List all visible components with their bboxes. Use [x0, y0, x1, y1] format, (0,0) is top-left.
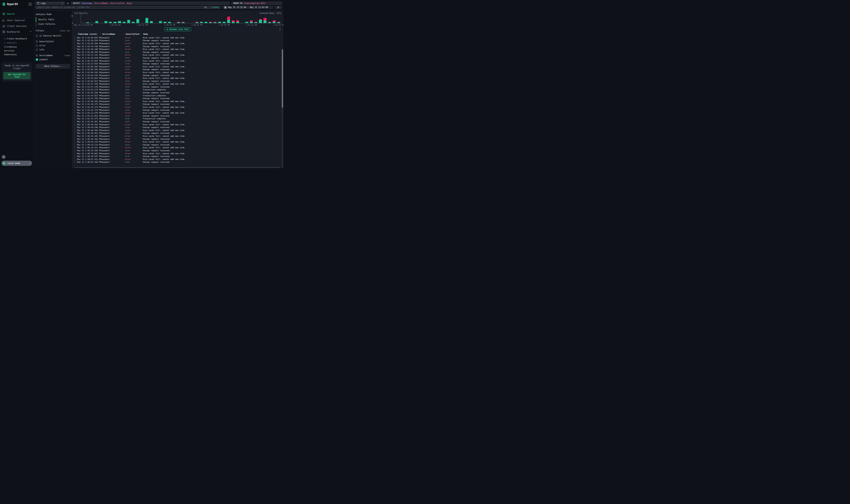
row-expand-chevron-icon[interactable] — [74, 71, 77, 74]
row-expand-chevron-icon[interactable] — [74, 83, 77, 85]
row-expand-chevron-icon[interactable] — [74, 100, 77, 103]
row-expand-chevron-icon[interactable] — [74, 86, 77, 88]
row-expand-chevron-icon[interactable] — [74, 37, 77, 39]
table-row[interactable]: May 15 1:41:14.361 PMpaymentinfoCharge r… — [74, 120, 282, 123]
table-row[interactable]: May 15 1:42:43.336 PMpaymentinfoCharge r… — [74, 45, 282, 48]
run-query-button[interactable] — [275, 6, 282, 9]
table-row[interactable]: May 15 1:42:01.814 PMpaymentinfoCharge r… — [74, 80, 282, 83]
row-expand-chevron-icon[interactable] — [74, 109, 77, 111]
sidebar-item-search[interactable]: Search — [0, 11, 34, 17]
table-row[interactable]: May 15 1:40:38.466 PMpaymenterrorVisa ca… — [74, 129, 282, 132]
clear-all-button[interactable]: Clear all — [60, 30, 70, 32]
table-row[interactable]: May 15 1:41:25.370 PMpaymentinfoCharge r… — [74, 109, 282, 112]
table-row[interactable]: May 15 1:40:26.444 PMpaymentinfoCharge r… — [74, 138, 282, 141]
table-row[interactable]: May 15 1:42:01.824 PMpaymenterrorVisa ca… — [74, 77, 282, 80]
table-row[interactable]: May 15 1:40:44.563 PMpaymenterrorVisa ca… — [74, 123, 282, 126]
sql-mode-toggle[interactable]: SQL — [204, 6, 207, 8]
search-input[interactable]: Search your events w/ Lucene ex. column:… — [35, 6, 221, 9]
table-row[interactable]: May 15 1:40:24.214 PMpaymentinfoCharge r… — [74, 143, 282, 146]
table-row[interactable]: May 15 1:41:30.275 PMpaymentinfoCharge r… — [74, 103, 282, 106]
row-expand-chevron-icon[interactable] — [74, 121, 77, 123]
table-row[interactable]: May 15 1:42:04.392 PMpaymenterrorVisa ca… — [74, 71, 282, 74]
clear-filter-button[interactable]: Clear — [65, 54, 70, 57]
preset-services[interactable]: Services — [4, 49, 32, 53]
row-expand-chevron-icon[interactable] — [74, 149, 77, 152]
table-row[interactable]: May 15 1:41:57.178 PMpaymentinfoCharge r… — [74, 86, 282, 88]
table-row[interactable]: May 15 1:42:05.460 PMpaymenterrorVisa ca… — [74, 65, 282, 68]
row-expand-chevron-icon[interactable] — [74, 39, 77, 42]
row-expand-chevron-icon[interactable] — [74, 80, 77, 82]
row-expand-chevron-icon[interactable] — [74, 46, 77, 48]
preset-clickhouse[interactable]: Clickhouse — [4, 45, 32, 49]
filter-option-payment[interactable]: payment — [36, 57, 70, 61]
user-menu[interactable]: U Local mode — [1, 161, 32, 166]
table-row[interactable]: May 15 1:42:04.376 PMpaymentinfoCharge r… — [74, 74, 282, 77]
source-settings-button[interactable] — [67, 2, 69, 5]
row-expand-chevron-icon[interactable] — [74, 60, 77, 62]
table-row[interactable]: May 15 1:42:36.184 PMpaymentinfoCharge r… — [74, 51, 282, 54]
help-button[interactable]: ? — [2, 155, 5, 159]
table-row[interactable]: May 15 1:42:36.188 PMpaymenterrorVisa ca… — [74, 48, 282, 51]
table-row[interactable]: May 15 1:40:38.462 PMpaymentinfoCharge r… — [74, 132, 282, 135]
more-filters-button[interactable]: More filters — [36, 64, 70, 69]
row-expand-chevron-icon[interactable] — [74, 118, 77, 120]
row-expand-chevron-icon[interactable] — [74, 48, 77, 50]
row-expand-chevron-icon[interactable] — [74, 129, 77, 131]
row-expand-chevron-icon[interactable] — [74, 77, 77, 79]
create-dashboard-button[interactable]: + Create Dashboard — [4, 37, 32, 41]
col-header-timestamp[interactable]: Timestamp (Local) — [77, 33, 102, 35]
lucene-mode-toggle[interactable]: Lucene — [211, 6, 219, 8]
row-expand-chevron-icon[interactable] — [74, 132, 77, 134]
table-row[interactable]: May 15 1:40:07.413 PMpaymenterrorVisa ca… — [74, 158, 282, 161]
table-row[interactable]: May 15 1:41:53.260 PMpaymentinfoCharge r… — [74, 91, 282, 94]
row-expand-chevron-icon[interactable] — [74, 112, 77, 114]
sidebar-item-dashboards[interactable]: Dashboards — [0, 29, 34, 35]
row-expand-chevron-icon[interactable] — [74, 54, 77, 56]
row-expand-chevron-icon[interactable] — [74, 92, 77, 94]
row-expand-chevron-icon[interactable] — [74, 103, 77, 105]
table-row[interactable]: May 15 1:40:44.546 PMpaymentinfoCharge r… — [74, 126, 282, 129]
row-expand-chevron-icon[interactable] — [74, 115, 77, 117]
table-row[interactable]: May 15 1:41:57.183 PMpaymenterrorVisa ca… — [74, 83, 282, 86]
filter-option-error[interactable]: error — [36, 43, 70, 48]
row-expand-chevron-icon[interactable] — [74, 138, 77, 140]
table-options-kebab-icon[interactable] — [280, 28, 280, 31]
table-row[interactable]: May 15 1:41:47.823 PMpaymentinfoTransact… — [74, 94, 282, 97]
scrollbar-thumb[interactable] — [282, 49, 283, 108]
collapse-sidebar-icon[interactable] — [29, 3, 32, 5]
select-clause-input[interactable]: SELECT Timestamp, ServiceName, SeverityT… — [71, 2, 230, 5]
table-row[interactable]: May 15 1:40:07.410 PMpaymentinfoCharge r… — [74, 161, 282, 164]
filter-option-info[interactable]: info — [36, 48, 70, 52]
table-row[interactable]: May 15 1:41:47.766 PMpaymentinfoCharge r… — [74, 97, 282, 100]
row-expand-chevron-icon[interactable] — [74, 51, 77, 53]
row-expand-chevron-icon[interactable] — [74, 158, 77, 160]
row-expand-chevron-icon[interactable] — [74, 62, 77, 65]
table-row[interactable]: May 15 1:42:50.834 PMpaymentinfoCharge r… — [74, 39, 282, 42]
table-row[interactable]: May 15 1:40:24.219 PMpaymenterrorVisa ca… — [74, 140, 282, 143]
preset-kubernetes[interactable]: Kubernetes — [4, 53, 32, 56]
table-row[interactable]: May 15 1:40:14.505 PMpaymentinfoCharge r… — [74, 149, 282, 152]
row-expand-chevron-icon[interactable] — [74, 124, 77, 126]
analysis-mode-event-patterns[interactable]: Event Patterns — [36, 22, 70, 26]
table-row[interactable]: May 15 1:41:21.678 PMpaymenterrorVisa ca… — [74, 111, 282, 114]
row-expand-chevron-icon[interactable] — [74, 74, 77, 76]
table-row[interactable]: May 15 1:41:14.373 PMpaymentinfoTransact… — [74, 118, 282, 120]
row-expand-chevron-icon[interactable] — [74, 126, 77, 128]
error-checkbox[interactable] — [36, 44, 38, 47]
table-row[interactable]: May 15 1:42:43.360 PMpaymenterrorVisa ca… — [74, 42, 282, 45]
row-expand-chevron-icon[interactable] — [74, 141, 77, 143]
row-expand-chevron-icon[interactable] — [74, 68, 77, 71]
denoise-results-option[interactable]: Denoise Results — [36, 34, 70, 38]
table-row[interactable]: May 15 1:40:10.597 PMpaymentinfoCharge r… — [74, 155, 282, 158]
table-row[interactable]: May 15 1:40:10.601 PMpaymenterrorVisa ca… — [74, 152, 282, 155]
table-row[interactable]: May 15 1:42:27.131 PMpaymenterrorVisa ca… — [74, 54, 282, 57]
table-row[interactable]: May 15 1:41:30.283 PMpaymenterrorVisa ca… — [74, 100, 282, 103]
table-row[interactable]: May 15 1:41:21.652 PMpaymentinfoCharge r… — [74, 114, 282, 118]
time-range-picker[interactable]: May 15 13:32:00 - May 15 13:43:00 — [222, 6, 273, 9]
denoise-checkbox[interactable] — [36, 35, 38, 37]
get-started-button[interactable]: Get Started for Free — [3, 72, 31, 79]
info-checkbox[interactable] — [36, 49, 38, 51]
row-expand-chevron-icon[interactable] — [74, 94, 77, 97]
row-expand-chevron-icon[interactable] — [74, 66, 77, 68]
table-row[interactable]: May 15 1:42:50.843 PMpaymenterrorVisa ca… — [74, 36, 282, 39]
